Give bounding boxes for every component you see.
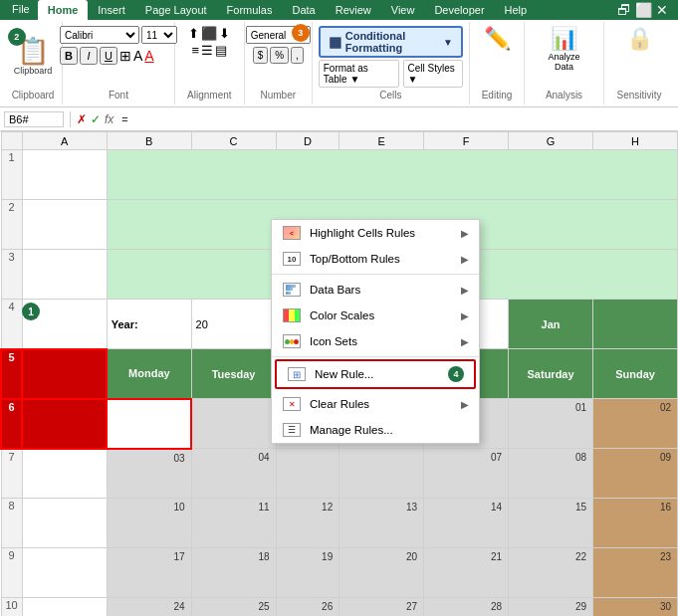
cell-styles-button[interactable]: Cell Styles ▼: [403, 60, 463, 88]
menu-item-highlight[interactable]: < Highlight Cells Rules ▶: [272, 220, 479, 246]
menu-item-iconsets[interactable]: Icon Sets ▶: [272, 328, 479, 354]
cancel-formula-icon[interactable]: ✗: [77, 112, 87, 126]
align-top-icon[interactable]: ⬆: [188, 26, 199, 41]
percent-button[interactable]: %: [270, 47, 289, 64]
cell-D8[interactable]: 12: [276, 499, 339, 548]
menu-item-clearrules[interactable]: ✕ Clear Rules ▶: [272, 391, 479, 417]
cell-C8[interactable]: 11: [191, 499, 276, 548]
cell-C7[interactable]: 04: [191, 449, 276, 499]
col-header-E[interactable]: E: [339, 132, 424, 150]
cell-H8[interactable]: 16: [593, 499, 678, 548]
comma-button[interactable]: ,: [291, 47, 304, 64]
fill-color-icon[interactable]: A: [133, 48, 142, 64]
cell-G7[interactable]: 08: [509, 449, 593, 499]
cell-A5[interactable]: [22, 349, 107, 399]
cell-E10[interactable]: 27: [339, 598, 424, 617]
analyze-data-button[interactable]: 📊 AnalyzeData: [548, 26, 579, 72]
tab-developer[interactable]: Developer: [424, 0, 494, 20]
cell-H6[interactable]: 02: [593, 399, 678, 449]
cell-C6[interactable]: [191, 399, 276, 449]
tab-formulas[interactable]: Formulas: [217, 0, 283, 20]
cell-C10[interactable]: 25: [191, 598, 276, 617]
cell-A8[interactable]: [22, 499, 107, 548]
ribbon-minimize-icon[interactable]: ⬜: [635, 2, 652, 18]
font-color-icon[interactable]: A: [144, 48, 153, 64]
cell-H4[interactable]: [593, 300, 678, 349]
cell-A2[interactable]: [22, 200, 107, 250]
cell-A10[interactable]: [22, 598, 107, 617]
cell-E7[interactable]: [339, 449, 424, 499]
cell-E9[interactable]: 20: [339, 548, 424, 598]
ribbon-collapse-icon[interactable]: 🗗: [617, 2, 631, 18]
format-as-table-button[interactable]: Format as Table ▼: [319, 60, 399, 88]
menu-item-topbottom[interactable]: 10 Top/Bottom Rules ▶: [272, 246, 479, 272]
cell-B6[interactable]: [107, 399, 191, 449]
menu-item-databars[interactable]: Data Bars ▶: [272, 277, 479, 303]
align-right-icon[interactable]: ▤: [215, 43, 227, 58]
currency-button[interactable]: $: [253, 47, 269, 64]
cell-C9[interactable]: 18: [191, 548, 276, 598]
cell-F8[interactable]: 14: [424, 499, 509, 548]
cell-F9[interactable]: 21: [424, 548, 509, 598]
name-box[interactable]: [4, 111, 64, 127]
tab-home[interactable]: Home: [38, 0, 89, 20]
cell-G6[interactable]: 01: [509, 399, 593, 449]
conditional-formatting-button[interactable]: ▦ Conditional Formatting ▼: [319, 26, 463, 58]
cell-tuesday[interactable]: Tuesday: [191, 349, 276, 399]
font-family-select[interactable]: Calibri: [60, 26, 139, 44]
editing-icon[interactable]: ✏️: [484, 26, 511, 52]
cell-B7[interactable]: 03: [107, 449, 191, 499]
cell-A6[interactable]: [22, 399, 107, 449]
col-header-D[interactable]: D: [276, 132, 339, 150]
cell-A3[interactable]: [22, 250, 107, 300]
cell-D7[interactable]: [276, 449, 339, 499]
tab-review[interactable]: Review: [326, 0, 381, 20]
cell-G9[interactable]: 22: [509, 548, 593, 598]
cell-B1[interactable]: [107, 150, 677, 200]
cell-saturday[interactable]: Saturday: [509, 349, 593, 399]
col-header-B[interactable]: B: [107, 132, 191, 150]
font-size-select[interactable]: 11: [141, 26, 177, 44]
cell-E8[interactable]: 13: [339, 499, 424, 548]
cell-A9[interactable]: [22, 548, 107, 598]
cell-B8[interactable]: 10: [107, 499, 191, 548]
col-header-C[interactable]: C: [191, 132, 276, 150]
tab-page-layout[interactable]: Page Layout: [135, 0, 217, 20]
col-header-A[interactable]: A: [22, 132, 107, 150]
cell-D9[interactable]: 19: [276, 548, 339, 598]
border-icon[interactable]: ⊞: [119, 48, 131, 64]
align-middle-icon[interactable]: ⬛: [201, 26, 217, 41]
cell-monday[interactable]: Monday: [107, 349, 191, 399]
cell-D10[interactable]: 26: [276, 598, 339, 617]
col-header-G[interactable]: G: [509, 132, 593, 150]
confirm-formula-icon[interactable]: ✓: [91, 112, 101, 126]
cell-month-value[interactable]: Jan: [509, 300, 593, 349]
cell-sunday[interactable]: Sunday: [593, 349, 678, 399]
underline-button[interactable]: U: [100, 47, 117, 65]
cell-B9[interactable]: 17: [107, 548, 191, 598]
cell-F7[interactable]: 07: [424, 449, 509, 499]
menu-item-colorscales[interactable]: Color Scales ▶: [272, 303, 479, 328]
menu-item-newrule[interactable]: ⊞ New Rule... 4: [275, 359, 476, 389]
cell-H10[interactable]: 30: [593, 598, 678, 617]
tab-file[interactable]: File: [4, 0, 38, 20]
cell-F10[interactable]: 28: [424, 598, 509, 617]
col-header-H[interactable]: H: [593, 132, 678, 150]
ribbon-close-icon[interactable]: ✕: [656, 2, 668, 18]
tab-data[interactable]: Data: [282, 0, 325, 20]
cell-year-label[interactable]: Year:: [107, 300, 191, 349]
col-header-F[interactable]: F: [424, 132, 509, 150]
cell-H9[interactable]: 23: [593, 548, 678, 598]
cell-A1[interactable]: [22, 150, 107, 200]
italic-button[interactable]: I: [80, 47, 98, 65]
cell-year-value[interactable]: 20: [191, 300, 276, 349]
cell-B10[interactable]: 24: [107, 598, 191, 617]
align-center-icon[interactable]: ☰: [201, 43, 213, 58]
bold-button[interactable]: B: [60, 47, 78, 65]
cell-H7[interactable]: 09: [593, 449, 678, 499]
cell-A7[interactable]: [22, 449, 107, 499]
tab-insert[interactable]: Insert: [88, 0, 135, 20]
tab-help[interactable]: Help: [495, 0, 538, 20]
align-left-icon[interactable]: ≡: [192, 43, 200, 58]
tab-view[interactable]: View: [381, 0, 425, 20]
